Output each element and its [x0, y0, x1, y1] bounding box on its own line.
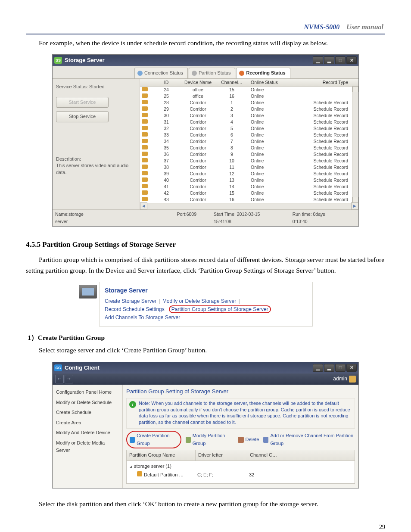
create-partition-group-button[interactable]: Create Partition Group: [126, 431, 181, 448]
table-row[interactable]: 36Corridor9OnlineSchedule Record: [140, 151, 358, 158]
storage-server-links-block: Storage Server Create Storage Server | M…: [99, 282, 313, 327]
description-label: Description:: [56, 156, 136, 162]
sidebar-item-config-home[interactable]: Configuration Panel Home: [55, 387, 120, 398]
link-modify-delete-storage-server[interactable]: Modify or Delete Storage Server: [162, 298, 236, 304]
camera-icon: [142, 184, 148, 188]
table-header: ID Device Name Channel… Online Status Re…: [140, 79, 358, 87]
table-row[interactable]: 32Corridor5OnlineSchedule Record: [140, 125, 358, 132]
col-channel[interactable]: Channel…: [215, 79, 249, 86]
table-row[interactable]: 40Corridor13OnlineSchedule Record: [140, 177, 358, 184]
start-service-button[interactable]: Start Service: [56, 97, 109, 108]
stop-service-button[interactable]: Stop Service: [56, 111, 109, 122]
ss-sidebar: Service Status: Started Start Service St…: [53, 79, 140, 209]
tb-label: Add or Remove Channel From Partition Gro…: [270, 432, 355, 447]
cc-navbar: ← → admin: [53, 373, 358, 385]
tree-partition-row[interactable]: Default Partition … C; E; F; 32: [129, 470, 352, 479]
close-icon[interactable]: ✕: [346, 56, 357, 64]
recording-status-table: ID Device Name Channel… Online Status Re…: [140, 79, 358, 209]
status-start-time: Start Time: 2012-03-15 15:41:08: [214, 211, 293, 225]
table-row[interactable]: 25office16Online: [140, 93, 358, 100]
tb-label: Delete: [246, 436, 259, 444]
vertical-scrollbar[interactable]: [352, 86, 358, 203]
cc-main: Partition Group Setting of Storage Serve…: [123, 385, 358, 488]
col-partition-group-name[interactable]: Partition Group Name: [127, 450, 196, 460]
link-add-channels[interactable]: Add Channels To Storage Server: [105, 314, 180, 320]
partition-name: Default Partition …: [144, 472, 184, 477]
table-row[interactable]: 34Corridor7OnlineSchedule Record: [140, 138, 358, 145]
ss-title: Storage Server: [65, 56, 105, 65]
camera-icon: [142, 87, 148, 91]
camera-icon: [142, 132, 148, 137]
sidebar-item-modify-delete-schedule[interactable]: Modify or Delete Schedule: [55, 398, 120, 408]
tab-recording-status[interactable]: Recording Status: [236, 68, 290, 78]
chevron-right-icon[interactable]: ▶: [351, 202, 358, 210]
restore-down-icon[interactable]: ▁: [313, 56, 323, 64]
camera-icon: [142, 190, 148, 195]
col-record-type[interactable]: Record Type: [296, 79, 352, 86]
table-row[interactable]: 33Corridor6OnlineSchedule Record: [140, 132, 358, 138]
table-row[interactable]: 41Corridor14OnlineSchedule Record: [140, 184, 358, 190]
table-row[interactable]: 37Corridor10OnlineSchedule Record: [140, 158, 358, 164]
tab-connection-status[interactable]: Connection Status: [134, 68, 188, 78]
nav-forward-button[interactable]: →: [65, 375, 73, 383]
delete-button[interactable]: Delete: [238, 436, 259, 444]
avatar-icon[interactable]: [349, 376, 356, 383]
link-create-storage-server[interactable]: Create Storage Server: [105, 298, 156, 304]
table-row[interactable]: 39Corridor12OnlineSchedule Record: [140, 171, 358, 177]
add-remove-channel-button[interactable]: Add or Remove Channel From Partition Gro…: [263, 432, 355, 447]
chevron-left-icon[interactable]: ◀: [140, 202, 147, 210]
tab-partition-status[interactable]: Partition Status: [189, 68, 236, 78]
sub-paragraph-1: Select storage server and click ‘Create …: [39, 345, 385, 356]
cc-titlebar: CC Config Client ▁ ▂ □ ✕: [53, 362, 358, 373]
col-online-status[interactable]: Online Status: [249, 79, 296, 86]
camera-icon: [142, 158, 148, 162]
table-row[interactable]: 30Corridor3OnlineSchedule Record: [140, 112, 358, 119]
table-row[interactable]: 28Corridor1OnlineSchedule Record: [140, 100, 358, 106]
col-id[interactable]: ID: [151, 79, 181, 86]
minimize-icon[interactable]: ▂: [324, 56, 334, 64]
maximize-icon[interactable]: □: [335, 56, 346, 64]
link-partition-group-settings[interactable]: Partition Group Settings of Storage Serv…: [169, 305, 271, 313]
thumbnail-icon: [79, 285, 97, 299]
restore-down-icon[interactable]: ▁: [313, 364, 323, 372]
tab-label: Connection Status: [144, 69, 183, 77]
table-row[interactable]: 35Corridor8OnlineSchedule Record: [140, 145, 358, 151]
info-icon: i: [129, 401, 136, 408]
cc-title: Config Client: [65, 364, 100, 373]
camera-icon: [142, 197, 148, 201]
col-device-name[interactable]: Device Name: [181, 79, 215, 86]
col-driver-letter[interactable]: Driver letter: [196, 450, 247, 460]
col-channel-count[interactable]: Channel C…: [247, 450, 355, 460]
link-record-schedule-settings[interactable]: Record Schedule Settings: [105, 306, 165, 312]
sidebar-item-modify-delete-media-server[interactable]: Modify or Delete Media Server: [55, 438, 120, 456]
table-row[interactable]: 29Corridor2OnlineSchedule Record: [140, 106, 358, 112]
minimize-icon[interactable]: ▂: [324, 364, 334, 372]
tab-label: Recording Status: [246, 69, 285, 77]
cc-app-icon: CC: [54, 364, 62, 371]
sidebar-item-create-schedule[interactable]: Create Schedule: [55, 408, 120, 418]
camera-icon: [142, 106, 148, 111]
links-title: Storage Server: [105, 286, 307, 295]
sidebar-item-create-area[interactable]: Create Area: [55, 418, 120, 428]
tree-server-node[interactable]: storage server (1): [129, 463, 352, 470]
table-row[interactable]: 42Corridor15OnlineSchedule Record: [140, 190, 358, 196]
table-row[interactable]: 43Corridor16OnlineSchedule Record: [140, 196, 358, 203]
sub-heading-1: 1）Create Partition Group: [28, 333, 385, 343]
service-status-text: Service Status: Started: [56, 83, 136, 91]
status-name: Name:storage server: [55, 211, 112, 225]
modify-partition-group-button[interactable]: Modify Partition Group: [186, 432, 234, 447]
camera-icon: [142, 100, 148, 104]
sidebar-item-modify-delete-device[interactable]: Modify And Delete Device: [55, 428, 120, 438]
globe-icon: [137, 71, 143, 76]
horizontal-scrollbar[interactable]: ◀ ▶: [140, 203, 358, 209]
nav-back-button[interactable]: ←: [55, 375, 64, 383]
table-row[interactable]: 31Corridor4OnlineSchedule Record: [140, 119, 358, 125]
cc-columns: Partition Group Name Driver letter Chann…: [126, 450, 355, 461]
section-heading: 4.5.5 Partition Group Settings of Storag…: [26, 239, 385, 250]
storage-server-window: SS Storage Server ▁ ▂ □ ✕ Connection Sta…: [52, 54, 359, 226]
table-row[interactable]: 38Corridor11OnlineSchedule Record: [140, 164, 358, 171]
sub-paragraph-tail: Select the disk partition and then click…: [26, 499, 385, 510]
close-icon[interactable]: ✕: [346, 364, 357, 372]
maximize-icon[interactable]: □: [335, 364, 346, 372]
table-row[interactable]: 24office15Online: [140, 87, 358, 93]
